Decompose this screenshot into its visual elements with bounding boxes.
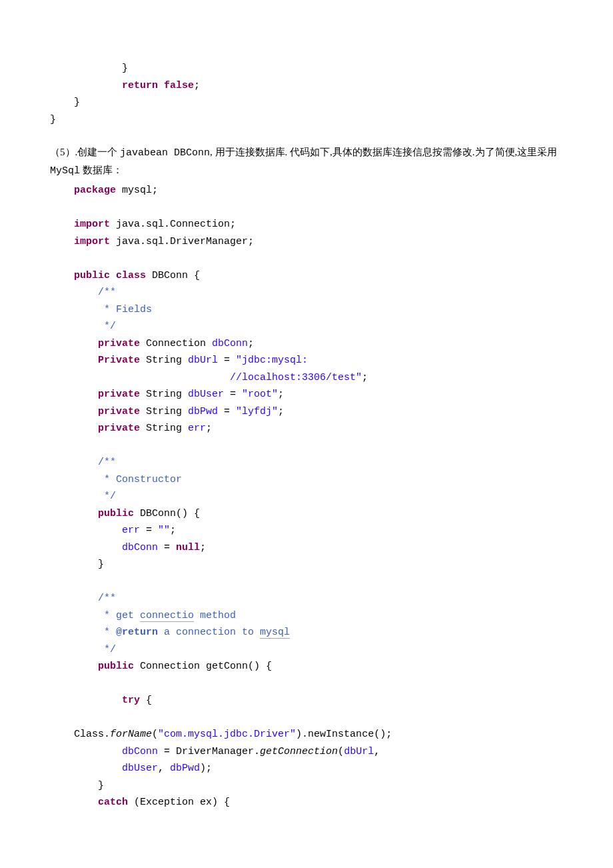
code-text: ; (248, 338, 254, 349)
javadoc-comment: * get (50, 610, 140, 621)
code-text: ; (362, 372, 368, 383)
keyword-catch: catch (98, 797, 128, 808)
para-text: , 用于连接数据库. 代码如下,具体的数据库连接信息按需修改.为了简便,这里采用 (210, 147, 557, 157)
code-text: String (140, 423, 188, 434)
keyword-package: package (74, 185, 116, 196)
code-text: String (140, 355, 188, 366)
javadoc-comment: * Fields (50, 304, 152, 315)
code-text: } (50, 559, 104, 570)
keyword-import: import (74, 219, 110, 230)
code-text: DBConn { (146, 270, 200, 281)
static-call-getconnection: getConnection (260, 746, 338, 757)
field-dburl: dbUrl (344, 746, 374, 757)
code-text: , (374, 746, 380, 757)
code-text: ( (338, 746, 344, 757)
javadoc-comment: * (50, 627, 116, 638)
code-text (50, 80, 122, 91)
code-text: ; (170, 525, 176, 536)
javadoc-comment: /** (50, 287, 116, 298)
code-text: mysql; (116, 185, 158, 196)
keyword-private: private (98, 338, 140, 349)
pad (50, 729, 74, 740)
string-literal: "" (158, 525, 170, 536)
field-dbpwd: dbPwd (188, 406, 218, 417)
javadoc-underlined: connectio (140, 610, 194, 622)
code-text: { (140, 695, 152, 706)
keyword-private-cap: Private (98, 355, 140, 366)
code-text: = (140, 525, 158, 536)
string-literal: "root" (242, 389, 278, 400)
code-text: Connection (140, 338, 212, 349)
keyword-try: try (122, 695, 140, 706)
para-code-javabean: javabean DBConn (120, 147, 210, 159)
javadoc-comment: */ (50, 644, 116, 655)
string-literal: "lyfdj" (236, 406, 278, 417)
code-text: , (158, 763, 170, 774)
string-literal: "jdbc:mysql: (236, 355, 308, 366)
javadoc-underlined: mysql (260, 627, 290, 639)
keyword-import: import (74, 236, 110, 247)
javadoc-comment: /** (50, 593, 116, 604)
pad (50, 695, 122, 706)
keyword-null: null (176, 542, 200, 553)
pad (50, 389, 98, 400)
keyword-return-false: return false (122, 80, 194, 91)
field-err: err (188, 423, 206, 434)
pad (50, 406, 98, 417)
code-text: = DriverManager. (158, 746, 260, 757)
code-block-main: package mysql; import java.sql.Connectio… (50, 182, 563, 811)
keyword-private: private (98, 406, 140, 417)
code-text: } (50, 97, 80, 108)
code-text: String (140, 406, 188, 417)
keyword-public: public (74, 270, 110, 281)
field-dburl: dbUrl (188, 355, 218, 366)
field-dbconn: dbConn (122, 746, 158, 757)
pad (50, 508, 98, 519)
field-dbuser: dbUser (122, 763, 158, 774)
javadoc-comment: method (194, 610, 236, 621)
pad (50, 236, 74, 247)
pad (50, 661, 98, 672)
static-call-forname: forName (110, 729, 152, 740)
para-code-mysql: MySql (50, 165, 80, 177)
pad (50, 219, 74, 230)
code-text: = (218, 355, 236, 366)
code-text: java.sql.DriverManager; (110, 236, 254, 247)
field-dbconn: dbConn (212, 338, 248, 349)
keyword-public: public (98, 508, 134, 519)
code-text: ; (200, 542, 206, 553)
code-text: ; (278, 389, 284, 400)
code-text: ; (194, 80, 200, 91)
code-text: ; (206, 423, 212, 434)
string-literal: //localhost:3306/test" (230, 372, 362, 383)
code-text: ; (278, 406, 284, 417)
code-text: ).newInstance(); (296, 729, 392, 740)
keyword-private: private (98, 423, 140, 434)
javadoc-comment: */ (50, 491, 116, 502)
field-dbconn: dbConn (122, 542, 158, 553)
code-text: = (218, 406, 236, 417)
pad (50, 270, 74, 281)
pad (50, 763, 122, 774)
javadoc-tag-return: @return (116, 627, 158, 638)
keyword-class: class (116, 270, 146, 281)
pad (50, 542, 122, 553)
paragraph-5: （5）.创建一个 javabean DBConn, 用于连接数据库. 代码如下,… (50, 144, 563, 179)
javadoc-comment: /** (50, 457, 116, 468)
keyword-private: private (98, 389, 140, 400)
pad (50, 797, 98, 808)
code-block-top: } return false; } } (50, 60, 563, 128)
pad (50, 525, 122, 536)
pad (50, 423, 98, 434)
para-text: （5）.创建一个 (50, 147, 120, 157)
code-text: String (140, 389, 188, 400)
pad (50, 355, 98, 366)
code-text: Class. (74, 729, 110, 740)
field-dbpwd: dbPwd (170, 763, 200, 774)
pad (50, 185, 74, 196)
code-text: java.sql.Connection; (110, 219, 236, 230)
code-text: } (50, 780, 104, 791)
pad (50, 372, 230, 383)
code-text: } (50, 63, 128, 74)
code-text: } (50, 114, 56, 125)
